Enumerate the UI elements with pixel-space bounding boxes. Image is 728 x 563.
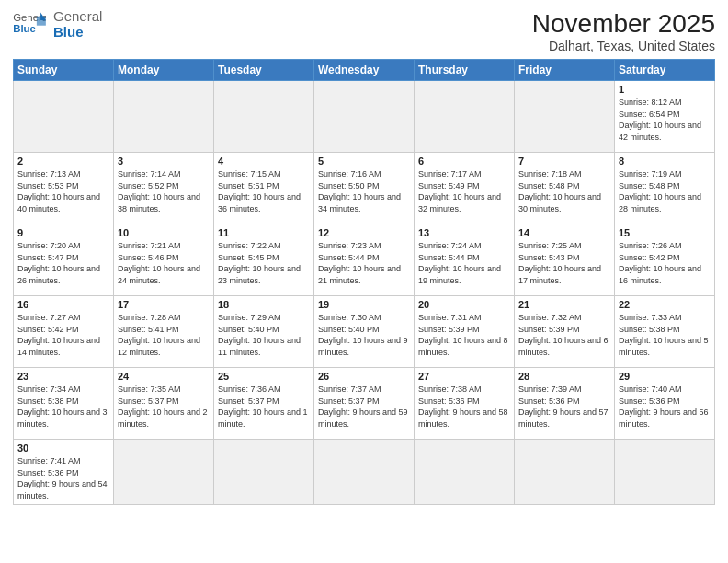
- day-info: Sunrise: 7:22 AM Sunset: 5:45 PM Dayligh…: [218, 240, 310, 286]
- day-number: 26: [318, 371, 410, 382]
- day-info: Sunrise: 7:34 AM Sunset: 5:38 PM Dayligh…: [17, 384, 109, 430]
- calendar-cell: 4Sunrise: 7:15 AM Sunset: 5:51 PM Daylig…: [214, 153, 314, 224]
- day-number: 29: [619, 371, 711, 382]
- day-info: Sunrise: 7:19 AM Sunset: 5:48 PM Dayligh…: [619, 168, 711, 214]
- calendar-cell: 29Sunrise: 7:40 AM Sunset: 5:36 PM Dayli…: [615, 368, 715, 440]
- day-number: 30: [17, 442, 109, 454]
- day-info: Sunrise: 7:16 AM Sunset: 5:50 PM Dayligh…: [318, 168, 410, 214]
- day-number: 27: [418, 371, 510, 382]
- day-info: Sunrise: 7:28 AM Sunset: 5:41 PM Dayligh…: [118, 312, 210, 358]
- day-info: Sunrise: 7:39 AM Sunset: 5:36 PM Dayligh…: [518, 384, 610, 430]
- day-info: Sunrise: 7:30 AM Sunset: 5:40 PM Dayligh…: [318, 312, 410, 358]
- calendar-cell: 14Sunrise: 7:25 AM Sunset: 5:43 PM Dayli…: [515, 224, 615, 296]
- day-info: Sunrise: 7:14 AM Sunset: 5:52 PM Dayligh…: [118, 168, 210, 214]
- calendar-cell: 26Sunrise: 7:37 AM Sunset: 5:37 PM Dayli…: [314, 368, 415, 440]
- day-number: 3: [118, 155, 210, 167]
- weekday-header-friday: Friday: [515, 60, 615, 81]
- calendar-cell: 30Sunrise: 7:41 AM Sunset: 5:36 PM Dayli…: [14, 440, 114, 505]
- day-info: Sunrise: 7:41 AM Sunset: 5:36 PM Dayligh…: [17, 455, 109, 501]
- weekday-header-tuesday: Tuesday: [214, 60, 314, 81]
- day-info: Sunrise: 7:25 AM Sunset: 5:43 PM Dayligh…: [518, 240, 610, 286]
- day-info: Sunrise: 7:31 AM Sunset: 5:39 PM Dayligh…: [418, 312, 510, 358]
- calendar-table: SundayMondayTuesdayWednesdayThursdayFrid…: [13, 59, 715, 505]
- page: General Blue General Blue November 2025 …: [0, 0, 728, 563]
- day-number: 13: [418, 227, 510, 238]
- title-block: November 2025 Dalhart, Texas, United Sta…: [532, 9, 715, 53]
- calendar-cell: 21Sunrise: 7:32 AM Sunset: 5:39 PM Dayli…: [515, 296, 615, 368]
- day-number: 12: [318, 227, 410, 238]
- weekday-header-monday: Monday: [114, 60, 214, 81]
- day-number: 7: [518, 155, 610, 167]
- calendar-cell: 19Sunrise: 7:30 AM Sunset: 5:40 PM Dayli…: [314, 296, 415, 368]
- day-number: 1: [619, 84, 711, 95]
- day-info: Sunrise: 7:27 AM Sunset: 5:42 PM Dayligh…: [17, 312, 109, 358]
- calendar-cell: 7Sunrise: 7:18 AM Sunset: 5:48 PM Daylig…: [515, 153, 615, 224]
- calendar-cell: [14, 81, 114, 153]
- logo-wordmark: General Blue: [53, 9, 102, 40]
- calendar-cell: 24Sunrise: 7:35 AM Sunset: 5:37 PM Dayli…: [114, 368, 214, 440]
- day-info: Sunrise: 7:20 AM Sunset: 5:47 PM Dayligh…: [17, 240, 109, 286]
- day-number: 22: [619, 299, 711, 310]
- day-info: Sunrise: 7:24 AM Sunset: 5:44 PM Dayligh…: [418, 240, 510, 286]
- calendar-cell: [314, 81, 415, 153]
- calendar-cell: 16Sunrise: 7:27 AM Sunset: 5:42 PM Dayli…: [14, 296, 114, 368]
- day-number: 21: [518, 299, 610, 310]
- day-number: 14: [518, 227, 610, 238]
- svg-marker-3: [37, 16, 46, 25]
- calendar-title: November 2025: [532, 9, 715, 39]
- calendar-cell: 23Sunrise: 7:34 AM Sunset: 5:38 PM Dayli…: [14, 368, 114, 440]
- calendar-week-row: 23Sunrise: 7:34 AM Sunset: 5:38 PM Dayli…: [14, 368, 715, 440]
- day-number: 11: [218, 227, 310, 238]
- weekday-header-wednesday: Wednesday: [314, 60, 415, 81]
- logo-blue: Blue: [53, 25, 102, 40]
- day-number: 15: [619, 227, 711, 238]
- calendar-cell: 17Sunrise: 7:28 AM Sunset: 5:41 PM Dayli…: [114, 296, 214, 368]
- day-info: Sunrise: 7:38 AM Sunset: 5:36 PM Dayligh…: [418, 384, 510, 430]
- day-info: Sunrise: 7:36 AM Sunset: 5:37 PM Dayligh…: [218, 384, 310, 430]
- calendar-cell: 28Sunrise: 7:39 AM Sunset: 5:36 PM Dayli…: [515, 368, 615, 440]
- day-number: 20: [418, 299, 510, 310]
- calendar-cell: [214, 81, 314, 153]
- calendar-cell: 15Sunrise: 7:26 AM Sunset: 5:42 PM Dayli…: [615, 224, 715, 296]
- calendar-cell: [515, 81, 615, 153]
- day-info: Sunrise: 8:12 AM Sunset: 6:54 PM Dayligh…: [619, 97, 711, 143]
- calendar-cell: [314, 440, 415, 505]
- calendar-cell: [114, 440, 214, 505]
- calendar-cell: [415, 440, 515, 505]
- day-number: 23: [17, 371, 109, 382]
- calendar-week-row: 1Sunrise: 8:12 AM Sunset: 6:54 PM Daylig…: [14, 81, 715, 153]
- calendar-cell: 13Sunrise: 7:24 AM Sunset: 5:44 PM Dayli…: [415, 224, 515, 296]
- calendar-cell: 5Sunrise: 7:16 AM Sunset: 5:50 PM Daylig…: [314, 153, 415, 224]
- weekday-header-saturday: Saturday: [615, 60, 715, 81]
- day-number: 24: [118, 371, 210, 382]
- calendar-cell: 20Sunrise: 7:31 AM Sunset: 5:39 PM Dayli…: [415, 296, 515, 368]
- calendar-cell: 1Sunrise: 8:12 AM Sunset: 6:54 PM Daylig…: [615, 81, 715, 153]
- calendar-week-row: 2Sunrise: 7:13 AM Sunset: 5:53 PM Daylig…: [14, 153, 715, 224]
- logo: General Blue General Blue: [13, 9, 102, 40]
- day-number: 10: [118, 227, 210, 238]
- calendar-cell: 3Sunrise: 7:14 AM Sunset: 5:52 PM Daylig…: [114, 153, 214, 224]
- logo-general: General: [53, 9, 102, 25]
- day-info: Sunrise: 7:40 AM Sunset: 5:36 PM Dayligh…: [619, 384, 711, 430]
- calendar-cell: [515, 440, 615, 505]
- calendar-cell: [615, 440, 715, 505]
- calendar-subtitle: Dalhart, Texas, United States: [532, 39, 715, 53]
- day-info: Sunrise: 7:21 AM Sunset: 5:46 PM Dayligh…: [118, 240, 210, 286]
- calendar-cell: 27Sunrise: 7:38 AM Sunset: 5:36 PM Dayli…: [415, 368, 515, 440]
- calendar-cell: 12Sunrise: 7:23 AM Sunset: 5:44 PM Dayli…: [314, 224, 415, 296]
- weekday-header-sunday: Sunday: [14, 60, 114, 81]
- day-number: 2: [17, 155, 109, 167]
- logo-icon: General Blue: [13, 11, 46, 39]
- calendar-cell: 9Sunrise: 7:20 AM Sunset: 5:47 PM Daylig…: [14, 224, 114, 296]
- day-number: 18: [218, 299, 310, 310]
- calendar-week-row: 9Sunrise: 7:20 AM Sunset: 5:47 PM Daylig…: [14, 224, 715, 296]
- day-info: Sunrise: 7:18 AM Sunset: 5:48 PM Dayligh…: [518, 168, 610, 214]
- day-number: 25: [218, 371, 310, 382]
- weekday-header-thursday: Thursday: [415, 60, 515, 81]
- calendar-cell: 2Sunrise: 7:13 AM Sunset: 5:53 PM Daylig…: [14, 153, 114, 224]
- day-number: 16: [17, 299, 109, 310]
- calendar-cell: 22Sunrise: 7:33 AM Sunset: 5:38 PM Dayli…: [615, 296, 715, 368]
- day-info: Sunrise: 7:35 AM Sunset: 5:37 PM Dayligh…: [118, 384, 210, 430]
- calendar-cell: 10Sunrise: 7:21 AM Sunset: 5:46 PM Dayli…: [114, 224, 214, 296]
- day-number: 5: [318, 155, 410, 167]
